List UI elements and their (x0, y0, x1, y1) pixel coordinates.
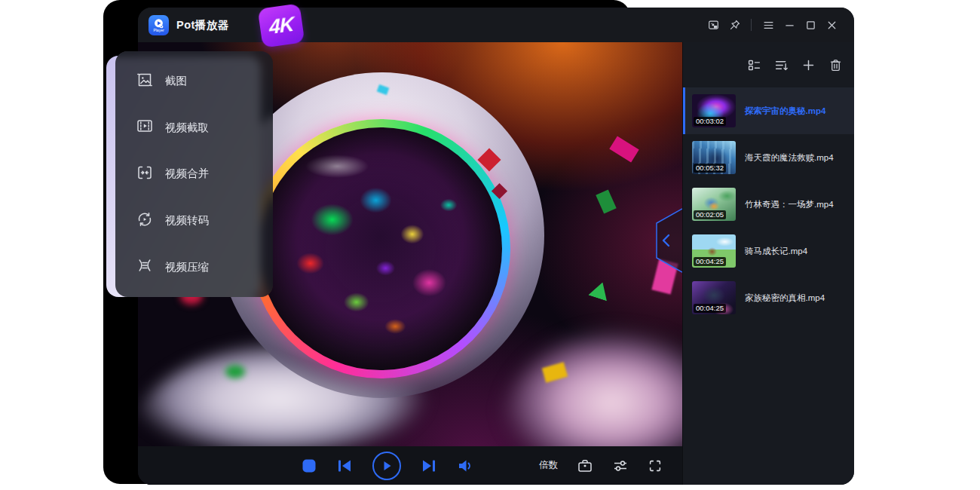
tool-controls: 倍数 (539, 446, 682, 485)
menu-item-label: 截图 (165, 74, 187, 88)
menu-item-video-trim[interactable]: 视频截取 (115, 106, 273, 149)
window-title: Pot播放器 (176, 18, 229, 32)
titlebar: Player Pot播放器 (138, 8, 854, 42)
video-thumbnail: 00:05:32 (692, 141, 736, 174)
transport-controls (302, 446, 473, 485)
mini-player-button[interactable] (703, 14, 724, 35)
playlist-item[interactable]: 00:04:25 家族秘密的真相.mp4 (683, 274, 854, 321)
duration-badge: 00:03:02 (694, 117, 726, 126)
add-icon (801, 58, 816, 72)
menu-list-icon (762, 19, 775, 32)
stop-button[interactable] (302, 458, 317, 473)
view-toggle-button[interactable] (746, 57, 761, 72)
minimize-button[interactable] (779, 14, 800, 35)
volume-button[interactable] (457, 458, 473, 474)
video-compress-icon (136, 256, 154, 277)
4k-badge: 4K (258, 3, 305, 47)
video-title: 竹林奇遇：一场梦.mp4 (745, 199, 834, 210)
playlist-pane: 00:03:02 探索宇宙的奥秘.mp4 00:05:32 海天霞的魔法救赎.m… (682, 42, 854, 485)
adjust-button[interactable] (612, 458, 629, 474)
playlist-item[interactable]: 00:03:02 探索宇宙的奥秘.mp4 (683, 87, 854, 134)
video-merge-icon (136, 164, 154, 185)
titlebar-separator (751, 19, 752, 31)
pin-button[interactable] (724, 14, 745, 35)
duration-badge: 00:04:25 (694, 257, 726, 266)
play-icon (381, 460, 393, 472)
menu-item-video-transcode[interactable]: 视频转码 (115, 200, 273, 242)
playlist-item[interactable]: 00:05:32 海天霞的魔法救赎.mp4 (683, 134, 854, 181)
menu-item-video-merge[interactable]: 视频合并 (115, 153, 273, 195)
helmet-visor-art (259, 127, 502, 370)
mini-player-icon (707, 19, 720, 32)
next-icon (421, 458, 437, 474)
play-button[interactable] (372, 452, 401, 480)
close-button[interactable] (821, 14, 842, 35)
toolbox-icon (577, 458, 593, 474)
volume-icon (457, 458, 473, 474)
delete-button[interactable] (828, 57, 843, 72)
video-title: 探索宇宙的奥秘.mp4 (745, 106, 825, 117)
next-button[interactable] (421, 458, 437, 474)
video-thumbnail: 00:03:02 (692, 94, 736, 127)
menu-item-label: 视频截取 (165, 121, 209, 135)
playlist-collapse-toggle[interactable] (646, 208, 682, 273)
toolbox-button[interactable] (577, 458, 593, 474)
sort-icon (774, 58, 789, 72)
quick-menu-panel: 截图 视频截取 视频合并 (115, 51, 273, 297)
playlist-item[interactable]: 00:02:05 竹林奇遇：一场梦.mp4 (683, 181, 854, 228)
video-thumbnail: 00:02:05 (692, 188, 736, 221)
adjust-sliders-icon (612, 458, 629, 474)
menu-item-label: 视频压缩 (165, 260, 209, 274)
control-bar: 倍数 (138, 446, 682, 485)
fullscreen-icon (648, 458, 663, 473)
fullscreen-button[interactable] (648, 458, 663, 473)
close-icon (825, 19, 838, 32)
maximize-button[interactable] (800, 14, 821, 35)
app-logo-caption: Player (153, 29, 164, 32)
video-title: 家族秘密的真相.mp4 (745, 292, 825, 304)
video-thumbnail: 00:04:25 (692, 281, 736, 314)
video-title: 海天霞的魔法救赎.mp4 (745, 152, 834, 164)
video-trim-icon (136, 117, 154, 138)
previous-icon (336, 458, 353, 474)
screenshot-icon (136, 71, 154, 92)
duration-badge: 00:02:05 (694, 210, 726, 219)
4k-badge-label: 4K (268, 12, 293, 39)
playlist-item[interactable]: 00:04:25 骑马成长记.mp4 (683, 228, 854, 274)
delete-trash-icon (828, 58, 843, 72)
menu-item-video-compress[interactable]: 视频压缩 (115, 246, 273, 288)
duration-badge: 00:04:25 (694, 304, 726, 313)
playlist-toolbar (683, 42, 854, 87)
screenshot-root: Player Pot播放器 (0, 0, 980, 490)
app-logo-icon: Player (149, 15, 169, 35)
menu-item-label: 视频转码 (165, 213, 209, 228)
menu-list-button[interactable] (758, 14, 779, 35)
previous-button[interactable] (336, 458, 353, 474)
helmet-visor-ring-art (251, 119, 510, 378)
menu-item-screenshot[interactable]: 截图 (115, 60, 273, 103)
stop-icon (302, 458, 317, 473)
video-transcode-icon (136, 210, 154, 231)
maximize-icon (804, 19, 817, 32)
duration-badge: 00:05:32 (694, 164, 726, 173)
add-button[interactable] (801, 57, 816, 72)
minimize-icon (783, 19, 796, 32)
sort-button[interactable] (773, 57, 789, 72)
playlist-items: 00:03:02 探索宇宙的奥秘.mp4 00:05:32 海天霞的魔法救赎.m… (683, 87, 854, 485)
video-title: 骑马成长记.mp4 (745, 246, 807, 257)
speed-button[interactable]: 倍数 (539, 459, 558, 472)
video-thumbnail: 00:04:25 (692, 234, 736, 268)
menu-item-label: 视频合并 (165, 167, 209, 181)
view-toggle-icon (747, 58, 761, 72)
pin-icon (728, 19, 741, 32)
